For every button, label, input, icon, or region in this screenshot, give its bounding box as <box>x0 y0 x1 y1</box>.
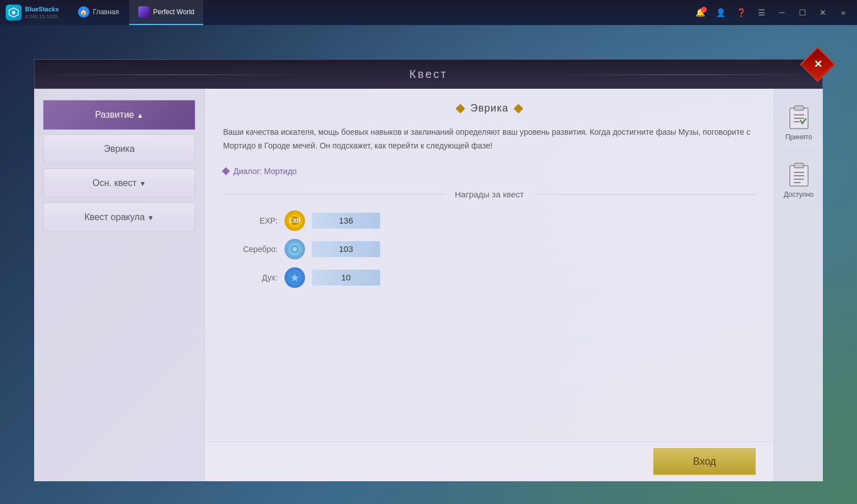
reward-exp-icon: EXP <box>285 210 305 231</box>
reward-exp-label: EXP: <box>232 216 278 225</box>
quest-title: Эврика <box>471 102 509 114</box>
home-icon: 🏠 <box>78 6 89 18</box>
titlebar-controls: 🔔 👤 ❓ ☰ ─ ☐ ✕ » <box>691 3 857 22</box>
game-icon <box>138 6 150 18</box>
divider-right <box>533 194 756 195</box>
panel-divider <box>783 150 814 151</box>
right-panel-accepted-button[interactable]: Принято <box>779 96 818 148</box>
right-panel-available-label: Доступно <box>784 191 813 199</box>
reward-exp-value: 136 <box>312 213 380 229</box>
title-diamond-left <box>455 104 465 113</box>
more-button[interactable]: » <box>834 3 852 22</box>
quest-title-row: Эврика <box>223 102 756 114</box>
sidebar-btn-main-quest[interactable]: Осн. квест <box>43 168 195 198</box>
reward-silver-value: 103 <box>312 241 380 257</box>
svg-rect-16 <box>794 163 804 168</box>
reward-spirit-icon <box>285 267 305 288</box>
reward-silver-row: Серебро: 103 <box>223 239 756 259</box>
tab-perfect-world[interactable]: Perfect World <box>129 0 203 25</box>
help-button[interactable]: ❓ <box>732 3 750 22</box>
clipboard-list-icon <box>785 160 813 187</box>
tab-home[interactable]: 🏠 Главная <box>69 0 128 25</box>
bluestacks-logo: BlueStacks 4.240.15.1005 <box>0 5 64 20</box>
bluestacks-icon <box>6 5 22 20</box>
quest-sidebar: Развитие Эврика Осн. квест Квест оракула <box>34 89 205 481</box>
account-button[interactable]: 👤 <box>711 3 730 22</box>
brand-version: 4.240.15.1005 <box>25 14 59 19</box>
titlebar: BlueStacks 4.240.15.1005 🏠 Главная Perfe… <box>0 0 857 25</box>
reward-silver-label: Серебро: <box>232 245 278 254</box>
quest-dialog-entry: Диалог: Мортидо <box>223 167 756 176</box>
game-background: Квест ✕ Развитие Эврика Осн. квест <box>0 25 857 504</box>
brand-name: BlueStacks <box>25 6 59 13</box>
notification-button[interactable]: 🔔 <box>691 3 709 22</box>
divider-left <box>223 194 446 195</box>
enter-button[interactable]: Вход <box>653 448 756 475</box>
notification-badge <box>701 7 707 13</box>
title-diamond-right <box>514 104 524 113</box>
quest-bottom-bar: Вход <box>205 441 774 481</box>
sidebar-btn-evrika[interactable]: Эврика <box>43 134 195 164</box>
tab-game-label: Perfect World <box>153 8 194 16</box>
quest-close-button[interactable]: ✕ <box>803 49 833 79</box>
quest-right-panel: Принято Доступно <box>774 89 823 481</box>
minimize-button[interactable]: ─ <box>773 3 791 22</box>
right-panel-accepted-label: Принято <box>785 133 812 141</box>
quest-dialog-label: Диалог: Мортидо <box>233 167 296 176</box>
quest-header: Квест ✕ <box>34 59 823 89</box>
quest-description: Ваши качества искателя, мощь боевых навы… <box>223 126 756 153</box>
close-icon: ✕ <box>814 58 822 71</box>
svg-point-7 <box>292 247 297 251</box>
rewards-section-title: Награды за квест <box>455 189 524 199</box>
quest-body: Развитие Эврика Осн. квест Квест оракула <box>34 89 823 481</box>
quest-content: Эврика Ваши качества искателя, мощь боев… <box>205 89 774 481</box>
reward-silver-icon <box>285 239 305 259</box>
reward-spirit-value: 10 <box>312 270 380 286</box>
right-panel-available-button[interactable]: Доступно <box>779 153 818 205</box>
reward-spirit-row: Дух: 10 <box>223 267 756 288</box>
reward-exp-row: EXP: EXP 136 <box>223 210 756 231</box>
quest-dialog: Квест ✕ Развитие Эврика Осн. квест <box>34 59 823 481</box>
brand-info: BlueStacks 4.240.15.1005 <box>25 6 59 19</box>
clipboard-check-icon <box>785 102 813 130</box>
svg-point-1 <box>12 11 15 14</box>
sidebar-btn-oracle-quest[interactable]: Квест оракула <box>43 203 195 232</box>
quest-content-inner: Эврика Ваши качества искателя, мощь боев… <box>205 89 774 441</box>
sidebar-btn-razvitie[interactable]: Развитие <box>43 100 195 130</box>
svg-text:EXP: EXP <box>289 218 300 224</box>
rewards-divider: Награды за квест <box>223 189 756 199</box>
quest-header-title: Квест <box>409 68 447 81</box>
titlebar-tabs: 🏠 Главная Perfect World <box>69 0 203 25</box>
close-window-button[interactable]: ✕ <box>814 3 832 22</box>
tab-home-label: Главная <box>93 8 119 16</box>
reward-spirit-label: Дух: <box>232 273 278 282</box>
svg-rect-11 <box>794 106 804 110</box>
maximize-button[interactable]: ☐ <box>793 3 811 22</box>
dialog-diamond-icon <box>222 167 230 175</box>
menu-button[interactable]: ☰ <box>752 3 771 22</box>
